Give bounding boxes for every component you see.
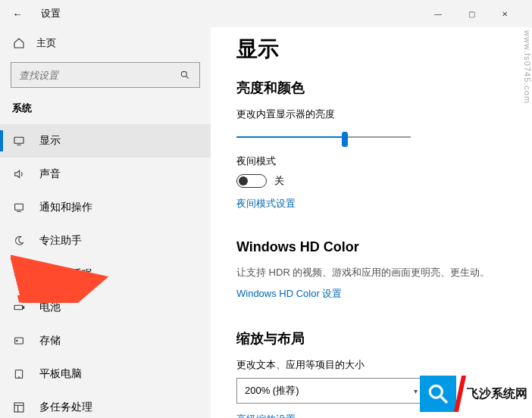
maximize-button[interactable]: ▢ (455, 0, 488, 27)
content-pane: 显示 亮度和颜色 更改内置显示器的亮度 夜间模式 关 夜间模式设置 Window… (211, 27, 532, 418)
notify-icon (12, 201, 26, 214)
section-label: 系统 (0, 101, 211, 124)
search-input[interactable] (19, 70, 180, 81)
sidebar-item-power[interactable]: 电源和睡眠 (0, 257, 211, 291)
sidebar-item-label: 通知和操作 (39, 201, 92, 214)
multitask-icon (12, 401, 26, 414)
svg-rect-9 (23, 307, 23, 309)
brand-logo-icon (420, 376, 456, 412)
night-mode-toggle[interactable] (236, 174, 267, 188)
night-mode-label: 夜间模式 (236, 154, 514, 168)
sidebar-item-label: 专注助手 (39, 234, 82, 248)
svg-rect-2 (14, 137, 23, 143)
close-button[interactable]: ✕ (488, 0, 521, 27)
hdr-section-heading: Windows HD Color (236, 239, 514, 255)
svg-point-0 (181, 71, 186, 76)
svg-rect-8 (14, 305, 23, 309)
night-mode-state: 关 (274, 174, 284, 188)
hdr-description: 让支持 HDR 的视频、游戏和应用的画面更明亮、更生动。 (236, 266, 514, 279)
brand-text: 飞沙系统网 (467, 386, 527, 402)
scale-section-heading: 缩放与布局 (236, 329, 514, 348)
advanced-scale-link[interactable]: 高级缩放设置 (236, 413, 296, 418)
sidebar-item-label: 存储 (39, 334, 61, 348)
home-nav[interactable]: 主页 (0, 32, 211, 59)
sound-icon (12, 167, 26, 181)
svg-line-19 (441, 397, 447, 403)
battery-icon (12, 301, 26, 314)
sidebar-item-focus[interactable]: 专注助手 (0, 224, 211, 257)
svg-point-11 (17, 340, 17, 341)
sidebar-item-tablet[interactable]: 平板电脑 (0, 357, 211, 391)
focus-icon (12, 234, 26, 248)
brightness-slider[interactable] (236, 127, 411, 148)
sidebar-item-display[interactable]: 显示 (0, 124, 211, 158)
search-icon (180, 70, 192, 80)
svg-rect-4 (15, 204, 23, 210)
home-icon (12, 37, 26, 49)
scale-dropdown[interactable]: 200% (推荐) ▾ (236, 378, 426, 404)
sidebar-item-label: 多任务处理 (39, 401, 92, 414)
sidebar-item-sound[interactable]: 声音 (0, 158, 211, 191)
scale-label: 更改文本、应用等项目的大小 (236, 358, 514, 372)
search-box[interactable] (11, 62, 200, 88)
sidebar: 主页 系统 显示声音通知和操作专注助手电源和睡眠电池存储平板电脑多任务处理 (0, 27, 211, 418)
back-button[interactable]: ← (11, 8, 24, 20)
page-title: 显示 (236, 35, 514, 64)
storage-icon (12, 334, 26, 348)
svg-rect-14 (14, 403, 23, 412)
sidebar-item-multitask[interactable]: 多任务处理 (0, 391, 211, 418)
sidebar-item-notify[interactable]: 通知和操作 (0, 191, 211, 224)
home-label: 主页 (36, 36, 56, 50)
watermark: www.fs0745.com (523, 30, 532, 104)
brightness-label: 更改内置显示器的亮度 (236, 108, 514, 121)
sidebar-item-label: 显示 (39, 134, 61, 148)
hdr-settings-link[interactable]: Windows HD Color 设置 (236, 287, 342, 301)
sidebar-item-label: 平板电脑 (39, 367, 82, 381)
scale-value: 200% (推荐) (245, 384, 299, 398)
display-icon (12, 134, 26, 148)
sidebar-item-label: 声音 (39, 167, 61, 181)
night-mode-settings-link[interactable]: 夜间模式设置 (236, 197, 296, 211)
svg-point-18 (430, 385, 442, 398)
sidebar-item-storage[interactable]: 存储 (0, 324, 211, 357)
brand-badge: 飞沙系统网 (420, 376, 527, 412)
chevron-down-icon: ▾ (414, 387, 418, 395)
sidebar-item-label: 电源和睡眠 (39, 267, 92, 281)
svg-line-1 (186, 76, 189, 79)
sidebar-item-battery[interactable]: 电池 (0, 291, 211, 324)
window-title: 设置 (41, 7, 61, 20)
sidebar-item-label: 电池 (39, 301, 61, 314)
tablet-icon (12, 367, 26, 381)
brightness-section-heading: 亮度和颜色 (236, 79, 514, 97)
minimize-button[interactable]: — (421, 0, 455, 27)
power-icon (12, 267, 26, 281)
